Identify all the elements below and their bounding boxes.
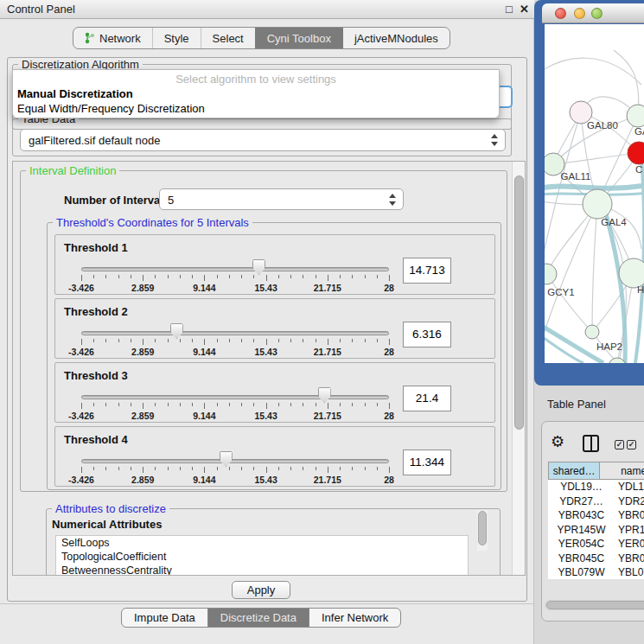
attributes-list-scrollbar[interactable] xyxy=(477,510,488,551)
attribute-list-item[interactable]: TopologicalCoefficient xyxy=(56,550,468,564)
network-canvas[interactable]: GAL80GACGAL11GAL4GCY1HHAP2 xyxy=(545,24,644,363)
table-header-row: shared… name xyxy=(548,462,644,480)
network-node[interactable] xyxy=(619,258,644,288)
close-icon[interactable]: ✕ xyxy=(520,3,529,16)
tab-jactivemnodules[interactable]: jActiveMNodules xyxy=(342,28,450,48)
tab-style[interactable]: Style xyxy=(152,28,201,48)
slider-thumb[interactable] xyxy=(318,387,331,403)
cyni-bottom-tabbar: Impute DataDiscretize DataInfer Network xyxy=(121,608,401,628)
slider-tick-label: 15.43 xyxy=(244,283,289,293)
threshold-value-input[interactable]: 6.316 xyxy=(403,322,451,348)
dropdown-option-manual-discretization[interactable]: Manual Discretization xyxy=(17,87,133,100)
slider-tick-label: 21.715 xyxy=(305,283,350,293)
tab-select[interactable]: Select xyxy=(201,28,255,48)
name-cell: YBR04 xyxy=(615,552,644,564)
close-traffic-light-icon[interactable] xyxy=(555,8,566,19)
table-row[interactable]: YBL079WYBL07 xyxy=(548,565,644,579)
threshold-value-input[interactable]: 11.344 xyxy=(403,450,451,475)
network-node-label: H xyxy=(637,284,644,295)
name-cell: YBL07 xyxy=(615,566,644,578)
slider-tick-label: 21.715 xyxy=(305,411,350,421)
column-header-name[interactable]: name xyxy=(600,462,644,480)
slider-tick-label: 2.859 xyxy=(120,475,165,485)
threshold-value-input[interactable]: 21.4 xyxy=(403,386,451,411)
split-columns-icon[interactable] xyxy=(583,435,599,452)
checkbox-icon[interactable]: ✓ xyxy=(627,440,636,450)
tab-label: Style xyxy=(164,32,189,45)
minimize-traffic-light-icon[interactable] xyxy=(574,8,585,19)
slider-tick-label: 2.859 xyxy=(120,283,165,293)
table-data-select[interactable]: galFiltered.sif default node xyxy=(20,129,506,151)
slider-thumb[interactable] xyxy=(170,323,183,339)
shared-name-cell: YPR145W xyxy=(548,524,615,536)
name-cell: YPR14 xyxy=(615,524,644,536)
checkbox-icon[interactable]: ✓ xyxy=(615,440,624,450)
tab-label: Select xyxy=(213,32,244,45)
threshold-value-input[interactable]: 14.713 xyxy=(403,258,451,284)
number-of-intervals-label: Number of Intervals xyxy=(64,194,169,207)
scrollbar-thumb[interactable] xyxy=(478,511,487,545)
tab-network[interactable]: Network xyxy=(73,28,152,48)
network-node[interactable] xyxy=(583,189,612,219)
table-panel-title: Table Panel xyxy=(547,398,606,411)
bottom-tab-infer-network[interactable]: Infer Network xyxy=(309,609,400,627)
dropdown-option-equal-width-frequency[interactable]: Equal Width/Frequency Discretization xyxy=(17,102,205,115)
number-of-intervals-select[interactable]: 5 xyxy=(159,188,404,210)
column-header-shared-name[interactable]: shared… xyxy=(548,462,600,480)
table-row[interactable]: YER054CYER05 xyxy=(548,537,644,552)
bottom-tab-discretize-data[interactable]: Discretize Data xyxy=(207,609,309,627)
table-row[interactable]: YBR045CYBR04 xyxy=(548,552,644,566)
control-panel-title: Control Panel xyxy=(7,3,75,16)
bottom-tab-impute-data[interactable]: Impute Data xyxy=(122,609,207,627)
threshold-panel-2: Threshold 2-3.4262.8599.14415.4321.71528… xyxy=(54,298,495,359)
slider-thumb[interactable] xyxy=(252,259,265,275)
table-horizontal-scrollbar[interactable] xyxy=(545,600,644,610)
table-data-selected-value: galFiltered.sif default node xyxy=(29,134,160,147)
network-node-label: GA xyxy=(634,126,644,137)
slider-track[interactable] xyxy=(81,267,389,271)
slider-tick-label: 9.144 xyxy=(182,347,226,357)
shared-name-cell: YBR043C xyxy=(548,509,615,521)
tab-cyni-toolbox[interactable]: Cyni Toolbox xyxy=(255,28,342,48)
slider-thumb[interactable] xyxy=(220,451,233,467)
slider-tick-label: 15.43 xyxy=(244,411,289,421)
slider-tick-label: 28 xyxy=(367,283,411,293)
interval-definition-group: Interval Definition Number of Intervals … xyxy=(20,170,507,492)
slider-track[interactable] xyxy=(81,459,389,463)
slider-tick-label: -3.426 xyxy=(59,283,104,293)
attribute-list-item[interactable]: SelfLoops xyxy=(56,536,468,550)
network-window-titlebar[interactable] xyxy=(542,3,644,23)
slider-tick-label: 21.715 xyxy=(305,475,350,485)
network-node-label: GCY1 xyxy=(547,287,574,297)
slider-tick-label: 9.144 xyxy=(182,475,226,485)
slider-tick-label: 2.859 xyxy=(120,411,165,421)
slider-tick-label: 2.859 xyxy=(120,347,165,357)
network-node[interactable] xyxy=(585,325,599,339)
network-node-label: C xyxy=(635,164,642,175)
table-row[interactable]: YPR145WYPR14 xyxy=(548,523,644,538)
numerical-attributes-list[interactable]: SelfLoopsTopologicalCoefficientBetweenne… xyxy=(55,535,469,576)
network-node[interactable] xyxy=(545,264,557,284)
table-row[interactable]: YBR043CYBR04 xyxy=(548,508,644,523)
scrollbar-thumb[interactable] xyxy=(514,175,524,430)
slider-track[interactable] xyxy=(81,395,389,399)
slider-tick-label: 28 xyxy=(367,475,411,485)
scrollbar-thumb[interactable] xyxy=(546,601,644,609)
gear-icon[interactable]: ⚙ xyxy=(551,432,564,451)
settings-vertical-scrollbar[interactable] xyxy=(512,162,525,575)
shared-name-cell: YBR045C xyxy=(548,552,615,564)
float-icon[interactable]: □ xyxy=(506,3,513,16)
apply-button[interactable]: Apply xyxy=(232,581,290,599)
table-row[interactable]: YDR27…YDR27 xyxy=(548,494,644,509)
network-graph: GAL80GACGAL11GAL4GCY1HHAP2 xyxy=(545,24,644,363)
zoom-traffic-light-icon[interactable] xyxy=(591,8,603,19)
table-row[interactable]: YDL19…YDL19 xyxy=(548,480,644,494)
numerical-attributes-label: Numerical Attributes xyxy=(52,518,162,531)
table-panel-window: ⚙ ✓ ✓ shared… name YDL19…YDL19YDR27…YDR2… xyxy=(541,421,644,622)
network-node-label: GAL80 xyxy=(587,120,618,131)
attributes-group: Attributes to discretize Numerical Attri… xyxy=(46,508,501,576)
control-panel-tabbar: NetworkStyleSelectCyni ToolboxjActiveMNo… xyxy=(73,27,450,49)
attribute-list-item[interactable]: BetweennessCentrality xyxy=(56,564,468,576)
thresholds-group-title: Threshold's Coordinates for 5 Intervals xyxy=(53,216,252,229)
slider-track[interactable] xyxy=(81,331,389,335)
